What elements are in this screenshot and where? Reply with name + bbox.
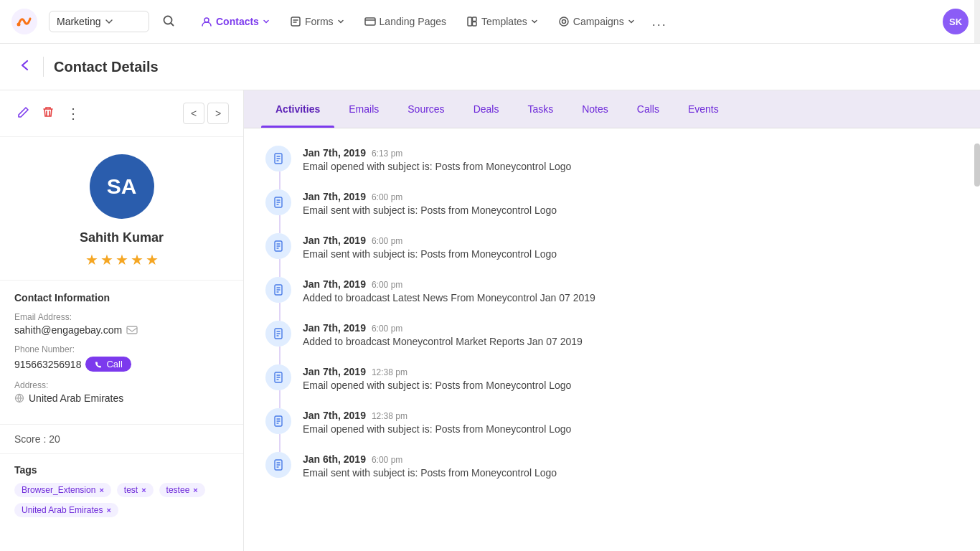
tag-remove-test[interactable]: ×: [141, 486, 146, 494]
panel-actions: ⋮ < >: [0, 90, 243, 137]
timeline-text: Email sent with subject is: Posts from M…: [303, 204, 958, 216]
timeline-item: Jan 7th, 20196:00 pmAdded to broadcast M…: [265, 321, 958, 347]
scrollbar-thumb[interactable]: [974, 143, 980, 187]
tab-notes[interactable]: Notes: [567, 90, 623, 128]
nav-item-forms[interactable]: Forms: [280, 10, 354, 33]
user-avatar[interactable]: SK: [943, 9, 969, 34]
nav-item-templates[interactable]: Templates: [456, 10, 548, 33]
timeline-time: 12:38 pm: [372, 367, 407, 377]
more-options-button[interactable]: ⋮: [63, 102, 84, 125]
nav-templates-label: Templates: [481, 16, 527, 27]
tag-uae: United Arab Emirates ×: [14, 503, 118, 517]
address-label: Address:: [14, 380, 229, 390]
email-icon: [126, 324, 138, 336]
tags-title: Tags: [14, 464, 229, 476]
tab-deals[interactable]: Deals: [459, 90, 514, 128]
contact-card: SA Sahith Kumar ★ ★ ★ ★ ★: [0, 137, 243, 281]
timeline-text: Email sent with subject is: Posts from M…: [303, 248, 958, 260]
timeline-date: Jan 7th, 2019: [303, 278, 366, 290]
document-icon: [273, 284, 284, 296]
document-icon: [273, 459, 284, 471]
nav-landing-label: Landing Pages: [380, 16, 446, 27]
globe-icon: [14, 393, 24, 403]
document-icon: [273, 197, 284, 208]
tab-emails[interactable]: Emails: [334, 90, 393, 128]
logo[interactable]: [11, 9, 37, 34]
timeline-time: 6:00 pm: [372, 280, 402, 290]
timeline-icon: [265, 146, 291, 171]
page: Contact Details ⋮: [0, 44, 980, 551]
timeline-icon: [265, 189, 291, 215]
timeline-text: Email opened with subject is: Posts from…: [303, 380, 958, 391]
score-value: 20: [49, 433, 60, 445]
tag-remove-uae[interactable]: ×: [106, 506, 110, 514]
next-contact-button[interactable]: >: [207, 103, 229, 124]
contact-initials: SA: [107, 174, 137, 199]
nav-item-contacts[interactable]: Contacts: [191, 10, 280, 33]
call-button[interactable]: Call: [85, 357, 131, 372]
nav-forms-label: Forms: [305, 16, 334, 27]
tag-label: test: [124, 485, 138, 495]
prev-contact-button[interactable]: <: [183, 103, 204, 124]
timeline-time: 6:00 pm: [372, 192, 402, 202]
tag-label: United Arab Emirates: [22, 505, 103, 515]
address-field: Address: United Arab Emirates: [14, 380, 229, 404]
more-dots: ⋮: [66, 105, 81, 121]
tag-remove-browser-extension[interactable]: ×: [99, 486, 103, 494]
edit-button[interactable]: [14, 103, 33, 125]
back-button[interactable]: [17, 57, 33, 77]
contact-name: Sahith Kumar: [80, 230, 164, 245]
search-button[interactable]: [158, 10, 179, 34]
workspace-label: Marketing: [57, 16, 100, 27]
tab-sources[interactable]: Sources: [393, 90, 458, 128]
timeline-icon: [265, 408, 291, 434]
svg-rect-7: [473, 17, 477, 22]
nav-arrows: < >: [183, 103, 229, 124]
timeline-content: Jan 7th, 20196:13 pmEmail opened with su…: [303, 146, 958, 172]
tab-activities[interactable]: Activities: [261, 90, 334, 128]
tab-tasks[interactable]: Tasks: [513, 90, 567, 128]
tags-list: Browser_Extension × test × testee × Unit…: [14, 483, 229, 517]
campaigns-icon: [558, 16, 570, 27]
timeline-text: Email sent with subject is: Posts from M…: [303, 467, 958, 479]
templates-icon: [466, 16, 478, 27]
timeline-icon: [265, 321, 291, 347]
nav-contacts-label: Contacts: [216, 16, 259, 27]
svg-rect-11: [127, 326, 137, 334]
contacts-dropdown-icon: [263, 18, 270, 25]
timeline-date: Jan 7th, 2019: [303, 235, 366, 246]
contact-info-title: Contact Information: [14, 292, 229, 303]
tab-calls[interactable]: Calls: [623, 90, 674, 128]
workspace-selector[interactable]: Marketing: [49, 11, 149, 32]
timeline-item: Jan 7th, 20196:00 pmEmail sent with subj…: [265, 189, 958, 216]
timeline-line: [279, 347, 281, 364]
svg-rect-5: [365, 18, 375, 25]
svg-rect-8: [473, 22, 477, 27]
timeline-date: Jan 7th, 2019: [303, 366, 366, 377]
nav-item-more[interactable]: ...: [645, 9, 674, 35]
page-title: Contact Details: [54, 59, 159, 75]
phone-text: 915663256918: [14, 359, 81, 370]
landing-icon: [364, 16, 376, 27]
tag-remove-testee[interactable]: ×: [193, 486, 197, 494]
svg-point-10: [562, 20, 565, 24]
timeline-content: Jan 7th, 20196:00 pmAdded to broadcast L…: [303, 277, 958, 303]
more-dots-label: ...: [652, 14, 667, 29]
timeline-text: Added to broadcast Latest News From Mone…: [303, 292, 958, 303]
email-field: Email Address: sahith@engagebay.com: [14, 312, 229, 336]
phone-label: Phone Number:: [14, 344, 229, 354]
page-header: Contact Details: [0, 44, 980, 90]
tag-label: Browser_Extension: [22, 485, 95, 495]
nav-item-landing-pages[interactable]: Landing Pages: [354, 10, 456, 33]
nav-item-campaigns[interactable]: Campaigns: [548, 10, 645, 33]
templates-dropdown-icon: [531, 18, 538, 25]
delete-button[interactable]: [39, 103, 57, 125]
chevron-down-icon: [105, 17, 113, 26]
top-navigation: Marketing Contacts F: [0, 0, 980, 44]
timeline-date: Jan 7th, 2019: [303, 191, 366, 202]
edit-icon: [17, 105, 30, 118]
tab-events[interactable]: Events: [674, 90, 733, 128]
contact-info: Contact Information Email Address: sahit…: [0, 281, 243, 425]
timeline-line: [279, 259, 281, 277]
timeline-item: Jan 7th, 20196:13 pmEmail opened with su…: [265, 146, 958, 172]
